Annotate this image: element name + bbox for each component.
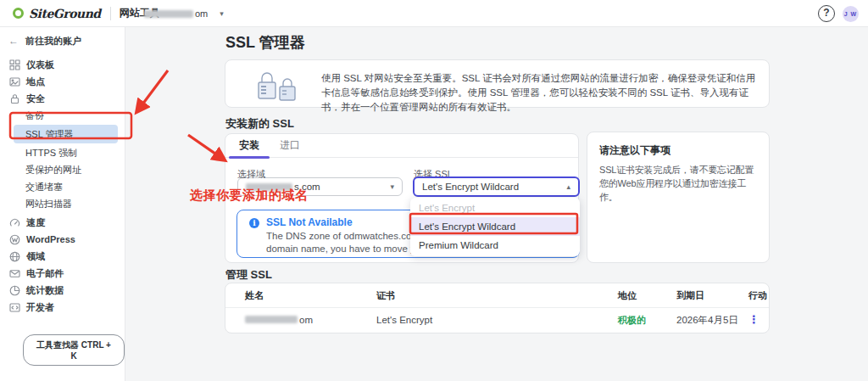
ssl-options-listbox: Let's Encrypt Let's Encrypt Wildcard Pre… xyxy=(410,198,580,256)
select-ssl-dropdown[interactable]: Let's Encrypt Wildcard ▴ xyxy=(413,176,580,197)
code-icon xyxy=(9,302,20,313)
domain-suffix: om xyxy=(195,8,208,19)
ssl-intro-card: 使用 SSL 对网站安全至关重要。SSL 证书会对所有通过您网站的流量进行加密，… xyxy=(225,59,770,108)
page-title: SSL 管理器 xyxy=(225,32,305,53)
sidebar-subitem-protected-urls[interactable]: 受保护的网址 xyxy=(0,161,125,178)
sidebar-item-speed[interactable]: 速度 xyxy=(0,214,125,231)
padlocks-illustration-icon xyxy=(256,70,300,105)
row-actions-menu[interactable]: ⋮ xyxy=(748,307,760,334)
ssl-manager-page: SiteGround 网站工具 om ▾ ? J W ← 前往我的账户 仪表板 … xyxy=(0,0,868,381)
sidebar-item-site[interactable]: 地点 xyxy=(0,73,125,90)
sidebar: ← 前往我的账户 仪表板 地点 安全 备份 SSL 管理器 HTTPS 强制 受… xyxy=(0,27,125,381)
sidebar-item-security[interactable]: 安全 xyxy=(0,90,125,107)
globe-icon xyxy=(9,251,20,262)
table-row-expiry: 2026年4月5日 xyxy=(676,307,738,334)
select-domain-label: 选择域 xyxy=(237,168,265,181)
option-lets-encrypt[interactable]: Let's Encrypt xyxy=(410,199,580,217)
topbar-divider xyxy=(110,7,111,20)
topbar: SiteGround 网站工具 om ▾ ? J W xyxy=(0,0,868,27)
site-icon xyxy=(9,76,20,87)
stats-icon xyxy=(9,285,20,296)
annotation-arrow-to-sidebar xyxy=(137,70,168,111)
ssl-intro-text: 使用 SSL 对网站安全至关重要。SSL 证书会对所有通过您网站的流量进行加密，… xyxy=(321,71,764,115)
lock-icon xyxy=(9,93,20,104)
siteground-logo-icon xyxy=(13,8,24,19)
sidebar-item-domain[interactable]: 领域 xyxy=(0,248,125,265)
table-row-name: om xyxy=(245,307,313,334)
sidebar-item-wordpress[interactable]: WordPress xyxy=(0,231,125,248)
column-header-name: 姓名 xyxy=(245,283,264,307)
tool-finder-button[interactable]: 工具查找器 CTRL + K xyxy=(23,334,125,366)
install-tabs: 安装 进口 xyxy=(225,134,578,158)
siteground-logo-text: SiteGround xyxy=(29,7,101,20)
install-ssl-card: 安装 进口 选择域 s.com ▾ 选择 SSL Let's Encrypt W… xyxy=(225,133,579,263)
column-header-expiry: 到期日 xyxy=(676,283,704,307)
sidebar-item-developer[interactable]: 开发者 xyxy=(0,299,125,316)
status-badge: 积极的 xyxy=(618,307,646,334)
sidebar-subitem-site-scanner[interactable]: 网站扫描器 xyxy=(0,195,125,212)
column-header-action: 行动 xyxy=(748,283,767,307)
info-icon: i xyxy=(249,218,259,228)
sidebar-subitem-backups[interactable]: 备份 xyxy=(0,107,125,124)
domain-value-suffix: s.com xyxy=(294,182,320,192)
chevron-down-icon: ▾ xyxy=(390,182,394,191)
back-arrow-icon: ← xyxy=(8,35,19,47)
manage-ssl-table: 姓名 证书 地位 到期日 行动 om Let's Encrypt 积极的 202… xyxy=(225,283,770,333)
ssl-selected-value: Let's Encrypt Wildcard xyxy=(422,182,519,192)
manage-ssl-heading: 管理 SSL xyxy=(225,267,272,283)
sidebar-subitem-ssl-manager[interactable]: SSL 管理器 xyxy=(14,125,118,143)
mail-icon xyxy=(9,268,20,279)
avatar[interactable]: J W xyxy=(843,6,859,22)
back-to-account-link[interactable]: ← 前往我的账户 xyxy=(0,32,125,49)
tab-install[interactable]: 安装 xyxy=(229,134,270,157)
chevron-down-icon: ▾ xyxy=(220,9,224,18)
sidebar-item-dashboard[interactable]: 仪表板 xyxy=(0,56,125,73)
grid-icon xyxy=(9,59,20,70)
tab-import[interactable]: 进口 xyxy=(270,134,310,157)
table-row-certificate: Let's Encrypt xyxy=(376,307,432,334)
note-title: 请注意以下事项 xyxy=(599,143,757,158)
sidebar-item-email[interactable]: 电子邮件 xyxy=(0,265,125,282)
option-lets-encrypt-wildcard[interactable]: Let's Encrypt Wildcard xyxy=(410,217,580,236)
annotation-arrow-to-domain-select xyxy=(188,135,224,160)
redacted-domain xyxy=(245,316,298,323)
note-body: SSL证书安装完成后，请不要忘记配置您的Web应用程序以通过加密连接工作。 xyxy=(599,163,757,204)
wordpress-icon xyxy=(9,234,20,245)
column-header-status: 地位 xyxy=(618,283,637,307)
help-icon[interactable]: ? xyxy=(818,5,835,22)
siteground-logo[interactable]: SiteGround xyxy=(13,7,101,20)
option-premium-wildcard[interactable]: Premium Wildcard xyxy=(410,236,580,255)
alert-title: SSL Not Available xyxy=(266,216,353,228)
column-header-certificate: 证书 xyxy=(376,283,395,307)
install-ssl-heading: 安装新的 SSL xyxy=(225,116,294,132)
site-domain-selector[interactable]: om ▾ xyxy=(144,0,225,27)
redacted-domain xyxy=(246,183,292,191)
sidebar-item-statistics[interactable]: 统计数据 xyxy=(0,282,125,299)
speed-icon xyxy=(9,217,20,228)
sidebar-subitem-https-enforce[interactable]: HTTPS 强制 xyxy=(0,144,125,161)
back-label: 前往我的账户 xyxy=(25,35,81,48)
redacted-domain xyxy=(144,10,193,18)
chevron-up-icon: ▴ xyxy=(566,182,570,191)
kebab-menu-icon: ⋮ xyxy=(748,313,760,326)
sidebar-subitem-blocked-traffic[interactable]: 交通堵塞 xyxy=(0,178,125,195)
note-panel: 请注意以下事项 SSL证书安装完成后，请不要忘记配置您的Web应用程序以通过加密… xyxy=(587,132,770,263)
